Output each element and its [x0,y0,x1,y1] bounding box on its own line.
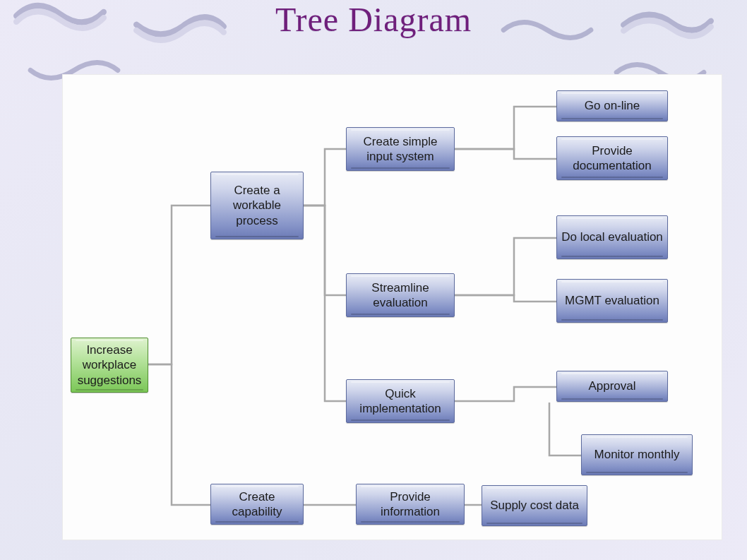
page-title: Tree Diagram [0,0,747,39]
node-approval: Approval [556,371,668,402]
node-supply-cost-data: Supply cost data [482,485,587,526]
node-create-capability: Create capability [210,484,304,525]
node-mgmt-evaluation: MGMT evaluation [556,279,668,323]
node-root: Increase workplace suggestions [71,338,148,393]
diagram-canvas: Increase workplace suggestions Create a … [62,74,722,540]
node-provide-information: Provide information [356,484,465,525]
node-monitor-monthly: Monitor monthly [581,434,693,475]
node-go-online: Go on-line [556,90,668,121]
node-quick-implementation: Quick implementation [346,379,455,423]
node-provide-documentation: Provide documentation [556,136,668,180]
node-streamline-evaluation: Streamline evaluation [346,273,455,317]
node-local-evaluation: Do local evaluation [556,215,668,259]
node-simple-input: Create simple input system [346,127,455,171]
node-workable-process: Create a workable process [210,172,304,239]
